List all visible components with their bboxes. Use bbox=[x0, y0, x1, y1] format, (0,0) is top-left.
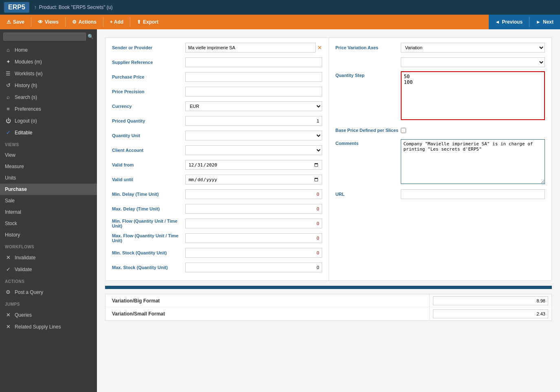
min-delay-label: Min. Delay (Time Unit) bbox=[112, 192, 185, 197]
sidebar-item-measure[interactable]: Measure bbox=[0, 161, 97, 172]
price-variation-select[interactable]: Variation bbox=[401, 43, 545, 53]
max-stock-row: Max. Stock (Quantity Unit) bbox=[112, 262, 322, 273]
actions-icon: ⚙ bbox=[72, 19, 77, 25]
save-button[interactable]: ⚠ Save bbox=[0, 15, 31, 29]
add-label: + Add bbox=[110, 19, 123, 25]
currency-row: Currency EUR USD GBP bbox=[112, 101, 322, 112]
sidebar-item-label: Logout (o) bbox=[15, 118, 37, 124]
sidebar-item-validate[interactable]: ✓ Validate bbox=[0, 263, 97, 275]
sidebar-item-editable[interactable]: ✓ Editable bbox=[0, 127, 97, 138]
erp5-logo: ERP5 bbox=[4, 2, 29, 13]
variation-table: Variation/Big Format Variation/Small For… bbox=[105, 294, 552, 321]
next-button[interactable]: ► Next bbox=[529, 15, 560, 29]
sidebar-item-related-supply-lines[interactable]: ✕ Related Supply Lines bbox=[0, 321, 97, 333]
form-left-column: Sender or Provider ✕ Supplier Reference bbox=[105, 38, 329, 280]
sidebar-item-internal[interactable]: Internal bbox=[0, 206, 97, 218]
priced-qty-input[interactable] bbox=[185, 116, 322, 126]
purchase-price-input[interactable] bbox=[185, 72, 322, 82]
sidebar-item-stock[interactable]: Stock bbox=[0, 218, 97, 229]
sidebar-item-purchase[interactable]: Purchase bbox=[0, 184, 97, 195]
sidebar-item-worklists[interactable]: ☰ Worklists (w) bbox=[0, 68, 97, 79]
sidebar-nav-section: ⌂ Home ✦ Modules (m) ☰ Worklists (w) ↺ H… bbox=[0, 44, 97, 138]
priced-qty-field bbox=[185, 116, 322, 126]
price-variation-label: Price Variation Axes bbox=[336, 45, 401, 50]
breadcrumb-arrow: ↑ bbox=[34, 4, 37, 10]
qty-unit-label: Quantity Unit bbox=[112, 133, 185, 138]
min-flow-input[interactable] bbox=[185, 219, 322, 228]
previous-button[interactable]: ◄ Previous bbox=[489, 15, 529, 29]
workflows-section-header: WORKFLOWS bbox=[0, 242, 97, 252]
views-button[interactable]: 👁 Views bbox=[31, 15, 65, 29]
jumps-section-header: JUMPS bbox=[0, 300, 97, 309]
max-stock-input[interactable] bbox=[185, 263, 322, 272]
section-divider bbox=[105, 286, 552, 289]
content-area: Sender or Provider ✕ Supplier Reference bbox=[97, 29, 560, 392]
sidebar-item-label: Internal bbox=[5, 209, 21, 215]
sidebar-item-modules[interactable]: ✦ Modules (m) bbox=[0, 56, 97, 68]
priced-qty-row: Priced Quantity bbox=[112, 115, 322, 127]
client-account-select[interactable] bbox=[185, 145, 322, 155]
sidebar-item-queries[interactable]: ✕ Queries bbox=[0, 309, 97, 321]
sidebar-item-invalidate[interactable]: ✕ Invalidate bbox=[0, 252, 97, 263]
valid-until-input[interactable] bbox=[185, 175, 322, 184]
currency-select[interactable]: EUR USD GBP bbox=[185, 101, 322, 111]
preferences-icon: ≡ bbox=[5, 106, 11, 112]
sidebar-item-logout[interactable]: ⏻ Logout (o) bbox=[0, 115, 97, 127]
related-supply-icon: ✕ bbox=[5, 324, 11, 330]
base-price-checkbox[interactable] bbox=[401, 128, 406, 133]
comments-row: Comments Company "Mavielle imprimerie SA… bbox=[336, 139, 545, 185]
sidebar-item-home[interactable]: ⌂ Home bbox=[0, 44, 97, 56]
sidebar-item-preferences[interactable]: ≡ Preferences bbox=[0, 103, 97, 115]
min-stock-input[interactable] bbox=[185, 248, 322, 258]
variation-small-format-value bbox=[429, 308, 551, 320]
qty-step-label: Quantity Step bbox=[336, 71, 401, 78]
qty-step-textarea[interactable]: 50 100 bbox=[401, 71, 545, 120]
sidebar-item-post-query[interactable]: ⚙ Post a Query bbox=[0, 286, 97, 298]
editable-icon: ✓ bbox=[5, 129, 11, 136]
purchase-price-label: Purchase Price bbox=[112, 74, 185, 79]
sidebar-item-label: History (h) bbox=[15, 83, 37, 88]
sidebar-item-history-view[interactable]: History bbox=[0, 229, 97, 241]
sidebar-item-view[interactable]: View bbox=[0, 149, 97, 161]
previous-label: Previous bbox=[502, 19, 523, 25]
min-delay-input[interactable] bbox=[185, 189, 322, 199]
sidebar-item-units[interactable]: Units bbox=[0, 172, 97, 184]
export-label: Export bbox=[143, 19, 158, 25]
next-icon: ► bbox=[536, 19, 541, 25]
price-variation-2-select[interactable] bbox=[401, 57, 545, 67]
add-button[interactable]: + Add bbox=[103, 15, 130, 29]
max-flow-input[interactable] bbox=[185, 233, 322, 243]
main-form: Sender or Provider ✕ Supplier Reference bbox=[105, 37, 552, 281]
export-button[interactable]: ⬆ Export bbox=[130, 15, 165, 29]
url-input[interactable] bbox=[401, 189, 545, 199]
sender-clear-icon[interactable]: ✕ bbox=[317, 44, 322, 51]
qty-unit-select[interactable] bbox=[185, 131, 322, 140]
sidebar-item-label: Related Supply Lines bbox=[15, 324, 61, 330]
supplier-ref-input[interactable] bbox=[185, 57, 322, 67]
sender-input[interactable] bbox=[185, 43, 316, 53]
min-flow-label: Min. Flow (Quantity Unit / Time Unit) bbox=[112, 219, 185, 228]
sidebar-item-search[interactable]: ⌕ Search (s) bbox=[0, 91, 97, 103]
max-flow-label: Max. Flow (Quantity Unit / Time Unit) bbox=[112, 233, 185, 243]
search-icon[interactable]: 🔍 bbox=[88, 34, 94, 39]
post-query-icon: ⚙ bbox=[5, 289, 11, 295]
sidebar-item-sale[interactable]: Sale bbox=[0, 195, 97, 206]
max-stock-field bbox=[185, 263, 322, 272]
main-layout: 🔍 ⌂ Home ✦ Modules (m) ☰ Worklists (w) ↺… bbox=[0, 29, 560, 392]
sidebar-item-history[interactable]: ↺ History (h) bbox=[0, 79, 97, 91]
search-input[interactable] bbox=[3, 33, 86, 41]
actions-button[interactable]: ⚙ Actions bbox=[66, 15, 103, 29]
min-delay-field bbox=[185, 189, 322, 199]
price-precision-input[interactable] bbox=[185, 87, 322, 96]
variation-small-format-label: Variation/Small Format bbox=[105, 309, 429, 319]
comments-textarea[interactable]: Company "Mavielle imprimerie SA" is in c… bbox=[401, 139, 545, 184]
top-bar: ERP5 ↑ Product: Book "ERP5 Secrets" (u) bbox=[0, 0, 560, 15]
variation-small-format-input[interactable] bbox=[433, 309, 548, 318]
valid-from-input[interactable] bbox=[185, 160, 322, 170]
max-delay-input[interactable] bbox=[185, 204, 322, 214]
variation-big-format-input[interactable] bbox=[433, 296, 548, 305]
modules-icon: ✦ bbox=[5, 59, 11, 65]
purchase-price-row: Purchase Price bbox=[112, 71, 322, 83]
sidebar-item-label: Editable bbox=[15, 130, 32, 136]
client-account-field bbox=[185, 145, 322, 155]
